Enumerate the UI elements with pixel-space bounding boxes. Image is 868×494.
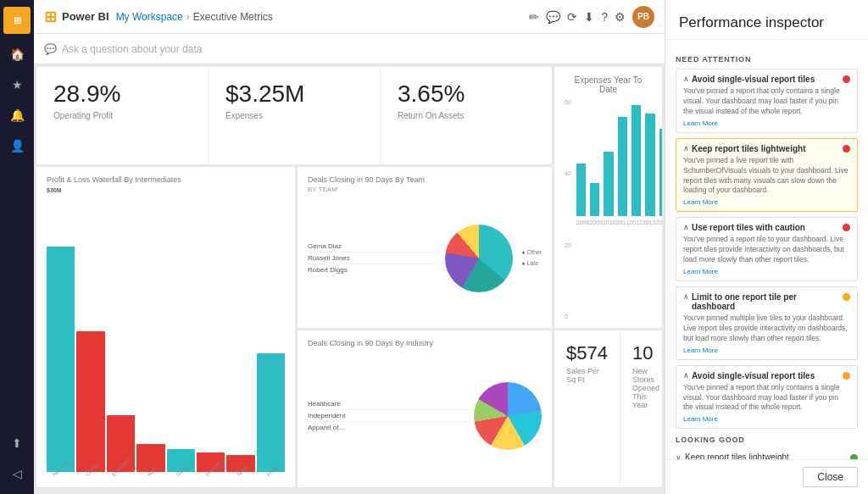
topbar: ⊞ Power BI My Workspace › Executive Metr… (34, 0, 665, 34)
breadcrumb-separator: › (186, 11, 190, 23)
item4-learn-more[interactable]: Learn More (683, 347, 850, 354)
item4-title: Limit to one report tile per dashboard (692, 292, 843, 311)
wf-net-sales: Net Sales (47, 197, 75, 479)
item1-chevron[interactable]: ∧ (683, 75, 689, 83)
close-button[interactable]: Close (803, 467, 858, 487)
deals-team-tile: Deals Closing in 90 Days By Team BY TEAM… (298, 167, 552, 328)
y-axis-20: 20 (565, 242, 571, 248)
wf-taxes: Taxes (226, 197, 254, 479)
kpi-expenses: $3.25M Expenses (209, 67, 381, 164)
main-area: ⊞ Power BI My Workspace › Executive Metr… (34, 0, 665, 494)
user-avatar[interactable]: PB (632, 6, 654, 28)
item3-learn-more[interactable]: Learn More (683, 268, 850, 275)
good-item-lightweight: ∨ Keep report tiles lightweight (676, 449, 858, 459)
wf-gains: Gains (167, 197, 195, 479)
item5-learn-more[interactable]: Learn More (683, 415, 850, 423)
waterfall-tile: Profit & Loss Waterfall By Intermediates… (36, 167, 295, 487)
qa-icon: 💬 (44, 43, 57, 55)
refresh-icon[interactable]: ⟳ (567, 10, 577, 24)
download-icon[interactable]: ⬇ (584, 10, 594, 24)
item3-status-dot (843, 224, 850, 231)
sidebar-favorites-icon[interactable]: ★ (3, 71, 31, 98)
x-2008: 2008 (576, 219, 590, 225)
need-attention-label: NEED ATTENTION (676, 55, 858, 64)
sidebar-home-icon[interactable]: 🏠 (3, 41, 31, 68)
workspace-link[interactable]: My Workspace (116, 11, 183, 23)
dashboard: 28.9% Operating Profit $3.25M Expenses 3… (34, 64, 665, 494)
inspector-footer: Close (665, 459, 868, 494)
wf-cogs: COGS (76, 197, 104, 479)
ind-1: Healthcare (308, 398, 467, 410)
item1-desc: You've pinned a report that only contain… (683, 86, 850, 117)
sales-sqft-value: $574 (566, 342, 608, 364)
item3-chevron[interactable]: ∧ (683, 223, 689, 231)
item4-status-dot (843, 293, 850, 301)
y-axis-0: 0 (565, 314, 571, 319)
inspector-item-avoid-single-2: ∧ Avoid single-visual report tiles You'v… (676, 365, 858, 430)
inspector-item-lightweight: ∧ Keep report tiles lightweight You've p… (676, 138, 858, 213)
x-2012: 2012 (629, 219, 643, 225)
y-30m: $30M (47, 187, 62, 193)
person-2: Russell Jones (308, 253, 437, 264)
comment-icon[interactable]: 💬 (546, 10, 560, 24)
item2-chevron[interactable]: ∧ (683, 144, 689, 153)
wf-rnd: R&D (136, 197, 164, 479)
item2-status-dot (843, 145, 850, 153)
person-3: Robert Diggs (308, 264, 437, 275)
help-icon[interactable]: ? (601, 10, 608, 24)
sidebar-grid-icon[interactable]: ⊞ (3, 7, 31, 34)
item1-status-dot (843, 75, 850, 83)
inspector-body: NEED ATTENTION ∧ Avoid single-visual rep… (665, 40, 868, 459)
x-2011: 2011 (616, 219, 630, 225)
kpi-roa: 3.65% Return On Assets (381, 67, 552, 164)
qa-bar[interactable]: 💬 Ask a question about your data (34, 34, 665, 64)
sales-sqft-label: Sales Per Sq Ft (566, 367, 608, 384)
kpi-operating-profit: 28.9% Operating Profit (36, 67, 209, 164)
deals-team-pie (445, 225, 513, 292)
wf-profit: Profit (257, 197, 285, 479)
sales-per-sqft: $574 Sales Per Sq Ft (554, 330, 620, 487)
bar-2014 (659, 129, 662, 217)
qa-placeholder[interactable]: Ask a question about your data (62, 43, 202, 55)
inspector-header: Performance inspector (665, 0, 868, 40)
looking-good-label: LOOKING GOOD (676, 436, 858, 444)
x-2010: 2010 (603, 219, 616, 225)
item4-chevron[interactable]: ∧ (683, 292, 689, 301)
wf-expenses: Expenses (107, 197, 135, 479)
item1-header: ∧ Avoid single-visual report tiles (683, 75, 850, 84)
kpi-expenses-label: Expenses (225, 111, 363, 120)
sidebar-user-icon[interactable]: 👤 (3, 132, 31, 159)
new-stores: 10 New Stores Opened This Year (620, 330, 662, 487)
sidebar-share-icon[interactable]: ⬆ (3, 430, 31, 457)
kpi-operating-profit-label: Operating Profit (53, 111, 191, 120)
good-chevron-1[interactable]: ∨ (676, 453, 682, 459)
item5-desc: You've pinned a report that only contain… (683, 383, 850, 414)
edit-icon[interactable]: ✏ (529, 10, 539, 24)
deals-industry-title: Deals Closing in 90 Days By Industry (308, 339, 542, 347)
y-axis-60: 60 (565, 99, 571, 105)
new-stores-label: New Stores Opened This Year (632, 367, 659, 409)
item3-desc: You've pinned a report tile to your dash… (683, 235, 850, 265)
kpi-tile: 28.9% Operating Profit $3.25M Expenses 3… (36, 67, 552, 164)
item4-desc: You've pinned multiple live tiles to you… (683, 314, 850, 344)
inspector-title: Performance inspector (679, 14, 854, 32)
item2-header: ∧ Keep report tiles lightweight (683, 144, 850, 153)
item3-header: ∧ Use report tiles with caution (683, 223, 850, 232)
item2-learn-more[interactable]: Learn More (683, 198, 850, 206)
settings-icon[interactable]: ⚙ (615, 10, 626, 24)
waterfall-title: Profit & Loss Waterfall By Intermediates (47, 175, 285, 184)
sidebar-bell-icon[interactable]: 🔔 (3, 102, 31, 129)
item1-title: Avoid single-visual report tiles (692, 75, 843, 84)
kpi-expenses-value: $3.25M (225, 80, 363, 108)
item3-title: Use report tiles with caution (692, 223, 843, 232)
person-1: Gema Diaz (308, 241, 437, 253)
good-title-1: Keep report tiles lightweight (685, 452, 789, 459)
item5-chevron[interactable]: ∧ (683, 371, 689, 380)
item4-header: ∧ Limit to one report tile per dashboard (683, 292, 850, 311)
bar-2012 (632, 105, 641, 216)
expenses-chart-title: Expenses Year To Date (565, 75, 652, 94)
legend-item-1: ● Other (521, 247, 542, 258)
x-2013: 2013 (643, 219, 656, 225)
item1-learn-more[interactable]: Learn More (683, 119, 850, 127)
sidebar-collapse-icon[interactable]: ◁ (3, 460, 31, 487)
